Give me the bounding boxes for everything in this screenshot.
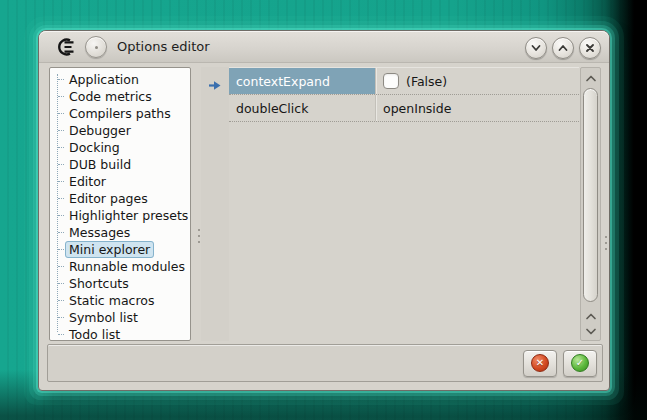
chevron-down-icon <box>585 327 597 336</box>
accept-button[interactable]: ✓ <box>563 350 597 377</box>
tree-connector <box>58 317 64 318</box>
vertical-scrollbar[interactable] <box>580 67 601 341</box>
sidebar-item-label: Editor <box>65 173 110 190</box>
tree-connector <box>58 232 64 233</box>
tree-connector <box>58 215 64 216</box>
chevron-up-icon <box>585 74 597 83</box>
sidebar-item-label: Editor pages <box>65 190 152 207</box>
sidebar-item-label-selected: Mini explorer <box>65 241 154 258</box>
property-grid-gutter <box>201 67 229 341</box>
sidebar-item-editor-pages[interactable]: Editor pages <box>50 190 190 207</box>
sidebar-item-label: Static macros <box>65 292 158 309</box>
close-button[interactable] <box>579 37 601 59</box>
property-value-cell[interactable]: openInside <box>375 95 579 121</box>
window-title: Options editor <box>117 39 210 54</box>
window-menu-button[interactable] <box>85 36 107 58</box>
sidebar-item-docking[interactable]: Docking <box>50 139 190 156</box>
restore-button[interactable] <box>552 37 574 59</box>
sidebar-item-runnable-modules[interactable]: Runnable modules <box>50 258 190 275</box>
tree-connector <box>58 164 64 165</box>
tree-connector <box>58 130 64 131</box>
tree-connector <box>58 113 64 114</box>
property-grid[interactable]: contextExpand (False) doubleClick openIn… <box>229 67 579 341</box>
property-value-text: openInside <box>383 101 451 116</box>
tree-connector <box>58 79 64 80</box>
chevron-up-icon <box>585 312 597 321</box>
options-editor-window: Options editor Application Code metrics … <box>38 30 610 391</box>
tree-connector <box>58 96 64 97</box>
window-edge-resize-handle[interactable] <box>604 236 608 254</box>
sidebar-item-label: Symbol list <box>65 309 142 326</box>
sidebar-item-todo-list[interactable]: Todo list <box>50 326 190 341</box>
tree-connector <box>58 300 64 301</box>
row-marker-arrow-icon <box>208 76 222 95</box>
sidebar-item-label: Debugger <box>65 122 135 139</box>
tree-connector <box>58 198 64 199</box>
footer-panel: ✕ ✓ <box>47 344 603 382</box>
property-name-cell[interactable]: contextExpand <box>229 68 375 94</box>
tree-connector <box>58 283 64 284</box>
sidebar-item-static-macros[interactable]: Static macros <box>50 292 190 309</box>
sidebar-item-label: Todo list <box>65 326 124 341</box>
scrollbar-thumb[interactable] <box>583 88 598 302</box>
property-row-contextexpand[interactable]: contextExpand (False) <box>229 68 579 95</box>
sidebar-item-editor[interactable]: Editor <box>50 173 190 190</box>
cancel-button[interactable]: ✕ <box>523 350 557 377</box>
tree-connector <box>58 249 64 250</box>
property-value-text: (False) <box>406 74 447 89</box>
sidebar-item-label: Application <box>65 71 143 88</box>
sidebar-item-code-metrics[interactable]: Code metrics <box>50 88 190 105</box>
cancel-cross-icon: ✕ <box>531 354 549 372</box>
titlebar[interactable]: Options editor <box>39 31 609 63</box>
tree-connector <box>58 266 64 267</box>
sidebar-item-label: Shortcuts <box>65 275 133 292</box>
property-value-cell[interactable]: (False) <box>375 68 579 94</box>
property-name-cell[interactable]: doubleClick <box>229 95 375 121</box>
sidebar-item-shortcuts[interactable]: Shortcuts <box>50 275 190 292</box>
sidebar-item-label: Compilers paths <box>65 105 175 122</box>
category-tree[interactable]: Application Code metrics Compilers paths… <box>49 67 191 341</box>
sidebar-item-symbol-list[interactable]: Symbol list <box>50 309 190 326</box>
sidebar-item-highlighter-presets[interactable]: Highlighter presets <box>50 207 190 224</box>
sidebar-item-label: Code metrics <box>65 88 156 105</box>
sidebar-item-debugger[interactable]: Debugger <box>50 122 190 139</box>
scroll-up-button[interactable] <box>581 71 600 85</box>
sidebar-item-dub-build[interactable]: DUB build <box>50 156 190 173</box>
sidebar-item-compilers-paths[interactable]: Compilers paths <box>50 105 190 122</box>
sidebar-item-mini-explorer[interactable]: Mini explorer <box>50 241 190 258</box>
sidebar-item-application[interactable]: Application <box>50 71 190 88</box>
accept-check-icon: ✓ <box>571 354 589 372</box>
sidebar-item-messages[interactable]: Messages <box>50 224 190 241</box>
sidebar-item-label: Docking <box>65 139 124 156</box>
tree-connector <box>58 181 64 182</box>
scroll-down-button[interactable] <box>581 324 600 338</box>
chevron-up-icon <box>556 41 570 55</box>
close-icon <box>583 41 597 55</box>
property-row-doubleclick[interactable]: doubleClick openInside <box>229 95 579 122</box>
scroll-up-button-secondary[interactable] <box>581 309 600 323</box>
coedit-logo-icon <box>55 37 77 57</box>
desktop-background: Options editor Application Code metrics … <box>0 0 647 420</box>
tree-connector <box>58 334 64 335</box>
sidebar-item-label: Runnable modules <box>65 258 189 275</box>
sidebar-item-label: Messages <box>65 224 134 241</box>
sidebar-item-label: Highlighter presets <box>65 207 191 224</box>
tree-connector <box>58 147 64 148</box>
checkbox-unchecked[interactable] <box>383 73 399 89</box>
sidebar-item-label: DUB build <box>65 156 135 173</box>
minimize-button[interactable] <box>525 37 547 59</box>
chevron-down-icon <box>529 41 543 55</box>
